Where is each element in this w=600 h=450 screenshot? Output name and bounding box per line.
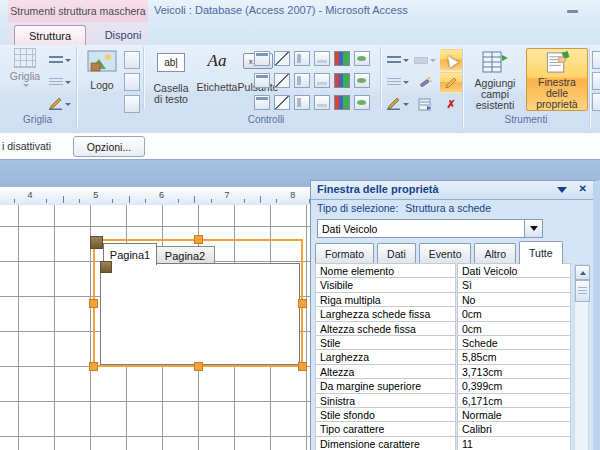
chart-button[interactable] (332, 47, 352, 69)
tab-control-button[interactable] (292, 47, 312, 69)
scrollbar-thumb[interactable] (575, 280, 590, 302)
check-box-button[interactable] (292, 69, 312, 91)
insert-hyperlink-button[interactable] (252, 47, 272, 69)
resize-handle-top[interactable] (194, 235, 203, 244)
tab-struttura[interactable]: Struttura (14, 25, 86, 46)
property-sheet-title-bar[interactable]: Finestra delle proprietà ✕ (311, 181, 593, 200)
props-tab-tutte[interactable]: Tutte (519, 241, 563, 264)
use-control-wizards-button[interactable] (440, 72, 462, 93)
bound-object-frame-button[interactable] (352, 47, 372, 69)
property-grid-scrollbar[interactable] (574, 264, 589, 450)
property-value[interactable]: Calibri (457, 421, 571, 436)
finestra-proprieta-button[interactable]: Finestra delle proprietà (526, 48, 588, 111)
griglia-button[interactable]: Griglia (6, 48, 44, 87)
etichetta-button[interactable]: Aa Etichetta (196, 51, 238, 93)
select-button[interactable] (440, 49, 462, 71)
page-break-button[interactable] (312, 91, 332, 113)
property-name[interactable]: Visibile (315, 277, 456, 292)
property-name[interactable]: Larghezza (315, 349, 456, 364)
special-effect-button[interactable] (412, 50, 438, 70)
attachment-button[interactable] (352, 91, 372, 113)
property-name[interactable]: Stile sfondo (315, 407, 456, 422)
property-value[interactable]: No (457, 292, 571, 307)
casella-di-testo-button[interactable]: ab| Casella di testo (148, 53, 194, 105)
separator (380, 47, 381, 109)
props-tab-evento[interactable]: Evento (419, 243, 472, 263)
line-style-button[interactable] (384, 72, 412, 92)
line-color-button[interactable] (384, 94, 412, 114)
property-value[interactable]: Normale (457, 407, 571, 422)
tab-control-page-body[interactable] (100, 263, 300, 365)
list-box-button[interactable] (252, 69, 272, 91)
resize-handle-bottom-left[interactable] (89, 362, 98, 371)
dropdown-arrow-icon (403, 59, 409, 62)
partial-button[interactable] (592, 51, 600, 69)
chart-wizard-button[interactable] (272, 91, 292, 113)
gridline-color-button[interactable] (46, 94, 74, 114)
property-name[interactable]: Altezza schede fissa (315, 321, 456, 336)
rectangle-button[interactable] (272, 69, 292, 91)
image-button[interactable] (332, 91, 352, 113)
tab-disponi[interactable]: Disponi (94, 25, 152, 45)
property-name[interactable]: Da margine superiore (315, 378, 456, 393)
property-value[interactable]: 6,171cm (457, 393, 571, 408)
property-value[interactable]: 0cm (457, 306, 571, 321)
property-value[interactable]: 3,713cm (457, 364, 571, 379)
move-handle-page[interactable] (100, 261, 112, 273)
props-tab-formato[interactable]: Formato (315, 243, 374, 263)
line-button[interactable] (272, 47, 292, 69)
chart-icon (334, 51, 350, 66)
partial-button[interactable] (592, 72, 600, 90)
property-row: Tipo carattereCalibri (315, 422, 571, 436)
props-tab-dati[interactable]: Dati (377, 243, 416, 263)
resize-handle-bottom[interactable] (194, 362, 203, 371)
aggiungi-campi-button[interactable]: Aggiungi campi esistenti (466, 50, 524, 111)
property-value[interactable]: Schede (457, 335, 571, 350)
props-tab-altro[interactable]: Altro (474, 243, 516, 263)
option-button-button[interactable] (292, 91, 312, 113)
object-selector-combobox[interactable]: Dati Veicolo (317, 219, 543, 238)
resize-handle-bottom-right[interactable] (298, 362, 307, 371)
property-sheet-panel: Finestra delle proprietà ✕ Tipo di selez… (310, 180, 600, 450)
partial-button[interactable] (592, 93, 600, 111)
page-numbers-button[interactable] (124, 73, 140, 91)
property-value[interactable]: 11 (457, 436, 571, 450)
web-browser-button[interactable] (352, 69, 372, 91)
insert-page-button[interactable] (312, 47, 332, 69)
property-name[interactable]: Larghezza schede fissa (315, 306, 456, 321)
property-name[interactable]: Nome elemento (315, 263, 456, 278)
property-name[interactable]: Dimensione carattere (315, 436, 456, 450)
panel-close-icon[interactable]: ✕ (579, 183, 587, 194)
subform-button[interactable] (312, 69, 332, 91)
logo-button[interactable]: Logo (84, 50, 120, 91)
property-name[interactable]: Tipo carattere (315, 421, 456, 436)
activex-controls-button[interactable]: ✗ (440, 94, 462, 114)
select-cursor-icon (444, 53, 459, 68)
minimize-button[interactable] (564, 6, 580, 16)
option-group-button[interactable] (252, 91, 272, 113)
gridline-thickness-button[interactable] (46, 50, 74, 70)
property-value[interactable]: 5,85cm (457, 349, 571, 364)
tab-order-button[interactable] (412, 94, 438, 114)
property-value[interactable]: 0cm (457, 321, 571, 336)
title-button[interactable] (124, 51, 140, 69)
line-thickness-button[interactable] (384, 50, 412, 70)
property-value[interactable]: Dati Veicolo (457, 263, 571, 278)
date-time-button[interactable] (124, 95, 140, 113)
panel-dropdown-icon[interactable] (557, 187, 567, 193)
property-name[interactable]: Altezza (315, 364, 456, 379)
control-wizards-button[interactable] (412, 72, 438, 92)
gridline-style-button[interactable] (46, 72, 74, 92)
property-name[interactable]: Riga multipla (315, 292, 456, 307)
property-name[interactable]: Stile (315, 335, 456, 350)
property-name[interactable]: Sinistra (315, 393, 456, 408)
options-button[interactable]: Opzioni... (73, 136, 145, 157)
resize-handle-left[interactable] (89, 299, 98, 308)
resize-handle-right[interactable] (298, 299, 307, 308)
property-value[interactable]: 0,399cm (457, 378, 571, 393)
combobox-dropdown-button[interactable] (524, 220, 542, 237)
unbound-object-frame-button[interactable] (332, 69, 352, 91)
move-handle[interactable] (90, 236, 103, 249)
property-value[interactable]: Sì (457, 277, 571, 292)
scroll-up-button[interactable] (575, 265, 590, 280)
